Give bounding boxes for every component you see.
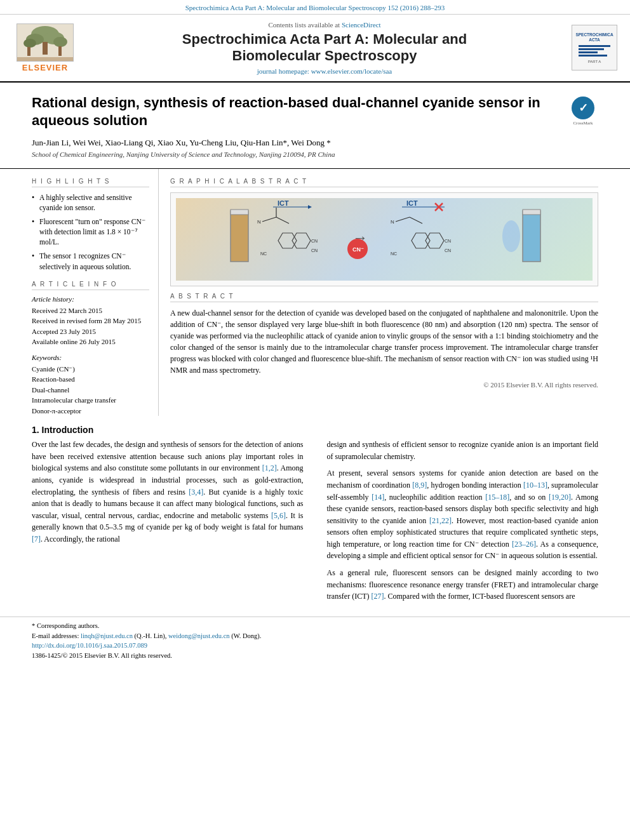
ref-19-20: [19,20] [549,493,571,502]
svg-rect-8 [58,46,62,56]
email-2[interactable]: weidong@njust.edu.cn [168,632,230,639]
email-1[interactable]: linqh@njust.edu.cn [81,632,133,639]
ref-5-6: [5,6] [271,511,286,520]
keywords-section: Keywords: Cyanide (CN⁻) Reaction-based D… [32,354,149,417]
article-title-section: Rational design, synthesis of reaction-b… [0,83,630,169]
article-authors: Jun-Jian Li, Wei Wei, Xiao-Liang Qi, Xia… [32,138,561,148]
journal-main-title: Spectrochimica Acta Part A: Molecular an… [86,31,563,65]
body-left-column: 1. Introduction Over the last few decade… [32,422,316,608]
svg-text:CN: CN [311,239,318,243]
crossmark-circle: ✓ [572,97,594,119]
keyword-3: Dual-channel [32,385,149,396]
ref-21-22: [21,22] [429,516,452,525]
highlights-label: H I G H L I G H T S [32,178,149,187]
elsevier-wordmark: ELSEVIER [22,63,68,72]
body-right-column: design and synthesis of efficient sensor… [316,422,599,608]
ref-10-13: [10–13] [523,481,547,490]
highlight-item-2: Fluorescent "turn on" response CN⁻ with … [32,217,149,247]
svg-text:CN: CN [445,239,451,243]
article-history-title: Article history: [32,295,149,303]
svg-line-14 [276,217,289,223]
svg-rect-7 [27,47,30,56]
introduction-heading: 1. Introduction [32,425,304,435]
ref-8-9: [8,9] [412,481,427,490]
keyword-5: Donor-π-acceptor [32,406,149,417]
svg-line-13 [262,217,276,222]
journal-citation: Spectrochimica Acta Part A: Molecular an… [185,4,445,11]
doi-url[interactable]: http://dx.doi.org/10.1016/j.saa.2015.07.… [32,642,147,649]
svg-point-41 [502,220,520,252]
intro-paragraph-2: design and synthesis of efficient sensor… [327,439,599,462]
article-affiliation: School of Chemical Engineering, Nanjing … [32,150,561,158]
svg-point-6 [53,37,67,47]
svg-line-31 [410,217,422,223]
ref-3-4: [3,4] [189,488,203,497]
highlight-item-3: The sensor 1 recognizes CN⁻ selectively … [32,251,149,271]
received-date: Received 22 March 2015 [32,305,149,316]
svg-rect-10 [231,211,248,262]
main-content: H I G H L I G H T S A highly selective a… [0,169,630,416]
ref-23-26: [23–26] [512,540,536,549]
article-footer: * Corresponding authors. E-mail addresse… [0,617,630,665]
svg-rect-27 [523,211,540,262]
svg-text:CN: CN [311,248,318,253]
intro-paragraph-4: As a general rule, fluorescent sensors c… [327,567,599,603]
badge-box: SPECTROCHIMICAACTA PART A [572,25,617,70]
ref-7: [7] [32,535,41,543]
highlight-item-1: A highly selective and sensitive cyanide… [32,192,149,213]
svg-rect-28 [523,210,540,215]
svg-text:ICT: ICT [278,199,289,207]
available-date: Available online 26 July 2015 [32,337,149,347]
svg-text:CN: CN [445,248,451,253]
accepted-date: Accepted 23 July 2015 [32,326,149,337]
ref-14: [14] [372,493,384,502]
svg-line-30 [396,217,410,222]
badge-title: SPECTROCHIMICAACTA [575,32,613,43]
svg-text:NC: NC [260,251,267,256]
svg-text:N: N [257,219,261,225]
intro-paragraph-3: At present, several sensors systems for … [327,467,599,562]
article-main-title: Rational design, synthesis of reaction-b… [32,94,561,130]
keyword-4: Intramolecular charge transfer [32,395,149,406]
abstract-text: A new dual-channel sensor for the detect… [170,307,598,376]
crossmark-label: CrossMark [573,121,593,126]
svg-marker-23 [308,205,312,209]
elsevier-tree-image [17,23,74,62]
graphical-abstract: N CN CN NC ICT [170,192,598,286]
svg-rect-4 [43,42,48,55]
elsevier-logo: ELSEVIER [10,23,80,72]
journal-top-bar: Spectrochimica Acta Part A: Molecular an… [0,0,630,15]
svg-marker-16 [278,233,297,248]
email-addresses: E-mail addresses: linqh@njust.edu.cn (Q.… [32,631,598,641]
svg-rect-9 [17,57,73,61]
crossmark[interactable]: ✓ CrossMark [568,97,598,126]
received-revised-date: Received in revised form 28 May 2015 [32,316,149,326]
intro-paragraph-1: Over the last few decades, the design an… [32,439,304,545]
ref-27: [27] [371,592,384,601]
contents-line: Contents lists available at ScienceDirec… [86,21,563,29]
body-section: 1. Introduction Over the last few decade… [0,416,630,614]
abstract-label: A B S T R A C T [170,293,598,302]
corresponding-authors-note: * Corresponding authors. [32,621,598,631]
page: Spectrochimica Acta Part A: Molecular an… [0,0,630,840]
article-title-text: Rational design, synthesis of reaction-b… [32,94,561,162]
journal-title-center: Contents lists available at ScienceDirec… [86,21,563,75]
highlights-list: A highly selective and sensitive cyanide… [32,192,149,272]
left-column: H I G H L I G H T S A highly selective a… [32,169,159,416]
ref-15-18: [15–18] [485,493,509,502]
svg-marker-32 [412,233,430,248]
article-info-label: A R T I C L E I N F O [32,281,149,290]
journal-homepage: journal homepage: www.elsevier.com/locat… [86,67,563,75]
svg-text:NC: NC [391,251,397,256]
right-column: G R A P H I C A L A B S T R A C T N [159,169,598,416]
svg-text:ICT: ICT [406,199,418,207]
journal-header: ELSEVIER Contents lists available at Sci… [0,15,630,83]
keywords-title: Keywords: [32,354,149,361]
keyword-1: Cyanide (CN⁻) [32,364,149,375]
abstract-copyright: © 2015 Elsevier B.V. All rights reserved… [170,381,598,389]
svg-marker-17 [292,233,311,248]
keyword-2: Reaction-based [32,374,149,385]
doi-link: http://dx.doi.org/10.1016/j.saa.2015.07.… [32,641,598,651]
issn-line: 1386-1425/© 2015 Elsevier B.V. All right… [32,651,598,661]
badge-lines [579,45,610,58]
